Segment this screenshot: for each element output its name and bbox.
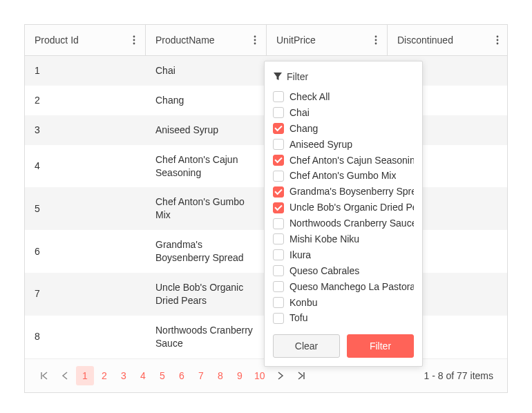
svg-point-7 bbox=[375, 39, 377, 41]
cell-productid: 1 bbox=[25, 56, 146, 86]
checkbox[interactable] bbox=[273, 233, 284, 244]
svg-point-2 bbox=[133, 43, 135, 45]
svg-point-3 bbox=[254, 36, 256, 38]
cell-productid: 6 bbox=[25, 230, 146, 273]
checkbox[interactable] bbox=[273, 281, 284, 292]
pager-page-6[interactable]: 6 bbox=[173, 366, 191, 385]
clear-button[interactable]: Clear bbox=[273, 334, 340, 358]
filter-checkbox-item[interactable]: Mishi Kobe Niku bbox=[273, 231, 414, 247]
pager-page-4[interactable]: 4 bbox=[134, 366, 152, 385]
filter-item-label: Chang bbox=[289, 122, 318, 135]
cell-productid: 2 bbox=[25, 86, 146, 115]
column-header-label: ProductName bbox=[155, 35, 215, 46]
filter-icon bbox=[273, 72, 283, 81]
filter-item-label: Chef Anton's Cajun Seasoning bbox=[289, 154, 414, 167]
checkbox[interactable] bbox=[273, 123, 284, 134]
grid-header-row: Product Id ProductName UnitPrice Discont… bbox=[25, 25, 507, 56]
column-header-productid[interactable]: Product Id bbox=[25, 25, 146, 55]
column-header-label: UnitPrice bbox=[276, 35, 316, 46]
checkbox[interactable] bbox=[273, 107, 284, 118]
cell-productid: 4 bbox=[25, 145, 146, 188]
checkbox[interactable] bbox=[273, 202, 284, 213]
filter-actions: Clear Filter bbox=[265, 326, 422, 359]
pager-first-button[interactable] bbox=[35, 366, 54, 385]
filter-popup: Filter Check AllChaiChangAniseed SyrupCh… bbox=[264, 61, 423, 367]
cell-productid: 7 bbox=[25, 273, 146, 316]
svg-point-8 bbox=[375, 43, 377, 45]
filter-checkbox-item[interactable]: Chang bbox=[273, 121, 414, 137]
cell-productname: Chef Anton's Gumbo Mix bbox=[146, 187, 267, 230]
svg-point-10 bbox=[497, 39, 499, 41]
filter-item-label: Chai bbox=[289, 106, 310, 119]
column-menu-icon[interactable] bbox=[372, 35, 380, 45]
pager-page-10[interactable]: 10 bbox=[250, 366, 269, 385]
filter-checkbox-item[interactable]: Queso Manchego La Pastora bbox=[273, 279, 414, 295]
filter-checkbox-item[interactable]: Konbu bbox=[273, 295, 414, 311]
filter-checkbox-item[interactable]: Chef Anton's Cajun Seasoning bbox=[273, 153, 414, 169]
svg-point-5 bbox=[254, 43, 256, 45]
filter-checkbox-item[interactable]: Tofu bbox=[273, 310, 414, 326]
column-header-discontinued[interactable]: Discontinued bbox=[388, 25, 509, 55]
pager-next-button[interactable] bbox=[271, 366, 290, 385]
pager-page-5[interactable]: 5 bbox=[153, 366, 171, 385]
checkbox[interactable] bbox=[273, 186, 284, 198]
svg-point-6 bbox=[375, 36, 377, 38]
column-menu-icon[interactable] bbox=[493, 35, 502, 45]
checkbox[interactable] bbox=[273, 265, 284, 276]
svg-point-9 bbox=[497, 36, 499, 38]
pager-page-7[interactable]: 7 bbox=[192, 366, 210, 385]
filter-checkbox-item[interactable]: Ikura bbox=[273, 247, 414, 263]
data-grid: Product Id ProductName UnitPrice Discont… bbox=[24, 24, 508, 393]
filter-checkbox-item[interactable]: Aniseed Syrup bbox=[273, 137, 414, 153]
pager-page-2[interactable]: 2 bbox=[95, 366, 113, 385]
checkbox[interactable] bbox=[273, 249, 284, 260]
filter-checkbox-item[interactable]: Uncle Bob's Organic Dried Pears bbox=[273, 200, 414, 215]
filter-item-label: Queso Manchego La Pastora bbox=[289, 280, 414, 294]
column-header-label: Product Id bbox=[35, 35, 79, 46]
cell-productname: Aniseed Syrup bbox=[146, 115, 267, 145]
svg-point-0 bbox=[133, 36, 135, 38]
filter-item-label: Northwoods Cranberry Sauce bbox=[289, 217, 414, 230]
column-header-productname[interactable]: ProductName bbox=[146, 25, 267, 55]
checkbox[interactable] bbox=[273, 171, 284, 182]
checkbox[interactable] bbox=[273, 297, 284, 308]
pager-last-button[interactable] bbox=[292, 366, 311, 385]
filter-item-label: Ikura bbox=[289, 249, 311, 262]
filter-item-label: Mishi Kobe Niku bbox=[289, 233, 359, 246]
checkbox[interactable] bbox=[273, 91, 284, 102]
cell-productname: Northwoods Cranberry Sauce bbox=[146, 316, 267, 358]
pager-page-8[interactable]: 8 bbox=[211, 366, 229, 385]
svg-point-11 bbox=[497, 43, 499, 45]
filter-checkbox-item[interactable]: Queso Cabrales bbox=[273, 263, 414, 279]
filter-checkbox-item[interactable]: Grandma's Boysenberry Spread bbox=[273, 184, 414, 200]
pager-page-1[interactable]: 1 bbox=[76, 366, 94, 385]
svg-point-1 bbox=[133, 39, 135, 41]
cell-productname: Uncle Bob's Organic Dried Pears bbox=[146, 273, 267, 316]
checkbox[interactable] bbox=[273, 155, 284, 166]
cell-productid: 5 bbox=[25, 187, 146, 230]
column-menu-icon[interactable] bbox=[130, 35, 138, 45]
filter-checkbox-item[interactable]: Chai bbox=[273, 105, 414, 121]
filter-item-label: Check All bbox=[289, 90, 330, 104]
pager-prev-button[interactable] bbox=[55, 366, 75, 385]
filter-popup-title: Filter bbox=[265, 68, 422, 89]
checkbox[interactable] bbox=[273, 313, 284, 324]
filter-checkbox-item[interactable]: Northwoods Cranberry Sauce bbox=[273, 215, 414, 231]
filter-checkbox-item[interactable]: Check All bbox=[273, 89, 414, 105]
checkbox[interactable] bbox=[273, 218, 284, 229]
filter-checkbox-list: Check AllChaiChangAniseed SyrupChef Anto… bbox=[265, 89, 422, 326]
checkbox[interactable] bbox=[273, 139, 284, 150]
pager-page-3[interactable]: 3 bbox=[115, 366, 133, 385]
filter-button[interactable]: Filter bbox=[347, 334, 414, 358]
filter-item-label: Uncle Bob's Organic Dried Pears bbox=[289, 201, 414, 214]
pager-page-9[interactable]: 9 bbox=[231, 366, 249, 385]
filter-checkbox-item[interactable]: Chef Anton's Gumbo Mix bbox=[273, 168, 414, 184]
cell-productname: Chai bbox=[146, 56, 267, 86]
filter-item-label: Grandma's Boysenberry Spread bbox=[289, 185, 414, 198]
column-header-unitprice[interactable]: UnitPrice bbox=[267, 25, 388, 55]
column-header-label: Discontinued bbox=[397, 35, 453, 46]
filter-title-label: Filter bbox=[287, 71, 308, 82]
filter-item-label: Queso Cabrales bbox=[289, 265, 359, 278]
column-menu-icon[interactable] bbox=[251, 35, 259, 45]
filter-item-label: Chef Anton's Gumbo Mix bbox=[289, 169, 396, 182]
